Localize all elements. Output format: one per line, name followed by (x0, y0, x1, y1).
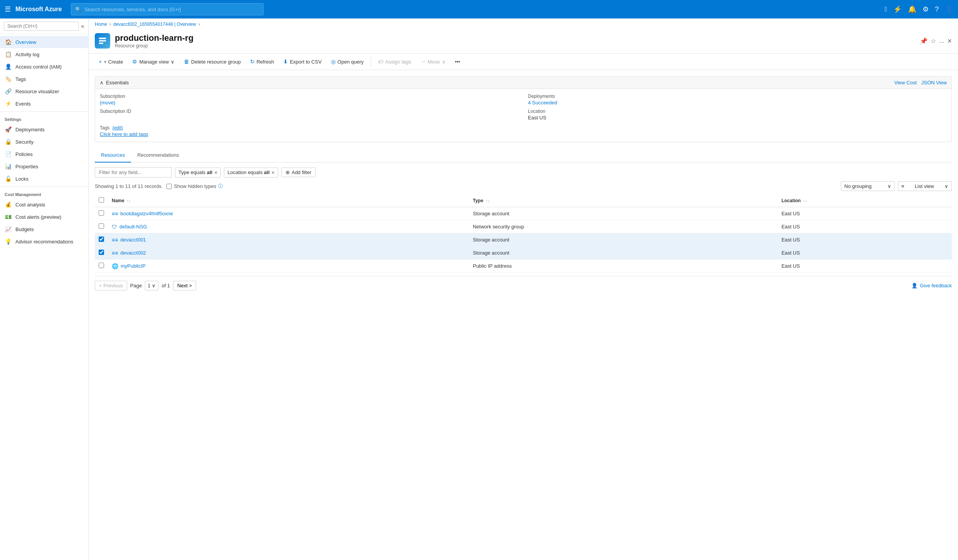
give-feedback[interactable]: 👤 Give feedback (911, 283, 952, 288)
sidebar-item-properties[interactable]: 📊 Properties (0, 160, 88, 173)
sidebar-item-cost-analysis[interactable]: 💰 Cost analysis (0, 198, 88, 211)
view-select[interactable]: ≡ List view ∨ (898, 181, 952, 191)
deployments-row: Deployments 4 Succeeded (528, 94, 947, 106)
sidebar-item-policies[interactable]: 📄 Policies (0, 148, 88, 160)
row-0-location: East US (778, 207, 952, 220)
delete-button[interactable]: 🗑 Delete resource group (180, 57, 245, 67)
favorite-button[interactable]: ☆ (931, 37, 936, 45)
subscription-move-link[interactable]: (move) (100, 100, 115, 106)
add-filter-icon: ⊕ (286, 169, 290, 175)
location-col-header[interactable]: Location ↑↓ (778, 194, 952, 207)
policies-icon: 📄 (5, 151, 12, 157)
resource-devacct002-link[interactable]: ≡≡ devacct002 (112, 250, 465, 256)
close-button[interactable]: × (947, 37, 952, 45)
sidebar-item-locks[interactable]: 🔓 Locks (0, 173, 88, 185)
refresh-button[interactable]: ↻ Refresh (246, 57, 278, 67)
tab-recommendations[interactable]: Recommendations (131, 148, 185, 163)
breadcrumb-home[interactable]: Home (95, 22, 107, 27)
row-3-checkbox[interactable] (99, 250, 104, 255)
sidebar-item-events[interactable]: ⚡ Events (0, 97, 88, 110)
locks-icon: 🔓 (5, 176, 12, 182)
row-4-checkbox[interactable] (99, 263, 104, 268)
sidebar-item-budgets[interactable]: 📈 Budgets (0, 223, 88, 235)
next-page-button[interactable]: Next > (173, 281, 196, 290)
resource-mypublicip-link[interactable]: 🌐 myPublicIP (112, 263, 465, 269)
search-input[interactable] (84, 7, 259, 12)
feedback-icon: 👤 (911, 283, 918, 288)
sidebar-item-activity-log[interactable]: 📋 Activity log (0, 48, 88, 60)
resource-group-icon (95, 33, 110, 49)
tab-resources[interactable]: Resources (95, 148, 131, 163)
json-view-link[interactable]: JSON View (921, 80, 947, 86)
sidebar-item-advisor[interactable]: 💡 Advisor recommendations (0, 235, 88, 248)
resource-bootdiag-link[interactable]: ≡≡ bootdiagstzv4fmlf5oxne (112, 211, 465, 217)
settings-icon[interactable]: ⚙ (923, 5, 929, 13)
sidebar-item-iam[interactable]: 👤 Access control (IAM) (0, 60, 88, 73)
sidebar-item-deployments[interactable]: 🚀 Deployments (0, 123, 88, 136)
move-button[interactable]: → Move ∨ (417, 57, 450, 67)
show-hidden-checkbox[interactable] (166, 184, 172, 189)
more-options-button[interactable]: ... (939, 37, 944, 44)
grouping-chevron: ∨ (887, 183, 891, 189)
essentials-tags: Tags (edit) Click here to add tags (95, 125, 951, 142)
row-2-location: East US (778, 233, 952, 246)
open-query-button[interactable]: ◎ Open query (327, 57, 368, 67)
select-all-checkbox[interactable] (99, 197, 104, 203)
create-button[interactable]: + + Create (95, 57, 127, 67)
public-ip-icon-4: 🌐 (112, 263, 118, 269)
location-filter-remove[interactable]: × (272, 169, 275, 176)
breadcrumb-account[interactable]: devacct002_1659554017448 | Overview (113, 22, 196, 27)
cloud-shell-icon[interactable]:  (884, 5, 887, 13)
table-controls: Showing 1 to 11 of 11 records. Show hidd… (95, 181, 952, 191)
sidebar-item-overview[interactable]: 🏠 Overview (0, 36, 88, 48)
search-bar[interactable]: 🔍 (71, 3, 264, 15)
add-filter-button[interactable]: ⊕ Add filter (281, 168, 316, 177)
essentials-collapse-icon[interactable]: ∧ (100, 80, 104, 86)
help-icon[interactable]: ? (935, 5, 939, 13)
notification-icon[interactable]: 🔔 (908, 5, 916, 13)
row-0-checkbox[interactable] (99, 210, 104, 216)
show-hidden-label[interactable]: Show hidden types ⓘ (166, 183, 223, 189)
page-num: 1 (148, 283, 150, 288)
name-col-header[interactable]: Name ↑↓ (108, 194, 469, 207)
more-toolbar-button[interactable]: ••• (451, 57, 464, 67)
pin-button[interactable]: 📌 (920, 37, 928, 45)
table-row: ≡≡ devacct002 Storage account East US (95, 246, 952, 260)
row-1-type: Network security group (469, 220, 778, 233)
resource-nsg-link[interactable]: 🛡 default-NSG (112, 224, 465, 230)
page-label: Page (130, 283, 142, 288)
export-csv-button[interactable]: ⬇ Export to CSV (279, 57, 325, 67)
row-2-checkbox[interactable] (99, 236, 104, 242)
sidebar-search-input[interactable] (4, 22, 79, 31)
tags-edit-link[interactable]: (edit) (113, 125, 123, 131)
sidebar-item-security[interactable]: 🔒 Security (0, 136, 88, 148)
page-number-select[interactable]: 1 ∨ (145, 281, 158, 290)
deployments-link[interactable]: 4 Succeeded (528, 100, 557, 106)
portal-icon[interactable]: ⚡ (893, 5, 902, 13)
settings-section-label: Settings (0, 113, 88, 123)
add-tags-link[interactable]: Click here to add tags (100, 131, 148, 137)
sidebar-item-tags[interactable]: 🏷️ Tags (0, 73, 88, 85)
type-col-header[interactable]: Type ↑↓ (469, 194, 778, 207)
assign-tags-button[interactable]: 🏷 Assign tags (374, 57, 415, 67)
grouping-select[interactable]: No grouping ∨ (841, 181, 895, 191)
page-type: Resource group (115, 43, 915, 49)
resource-devacct001-link[interactable]: ≡≡ devacct001 (112, 237, 465, 243)
sidebar-item-resource-visualizer[interactable]: 🔗 Resource visualizer (0, 85, 88, 97)
type-filter-remove[interactable]: × (214, 169, 217, 176)
manage-view-chevron: ∨ (171, 59, 175, 65)
sidebar-collapse-btn[interactable]: « (81, 23, 84, 30)
row-1-checkbox[interactable] (99, 223, 104, 229)
view-cost-link[interactable]: View Cost (894, 80, 916, 86)
location-sort-icon: ↑↓ (803, 199, 807, 203)
storage-account-icon-0: ≡≡ (112, 211, 118, 217)
prev-page-button[interactable]: < Previous (95, 281, 127, 290)
sidebar-item-cost-alerts[interactable]: 💵 Cost alerts (preview) (0, 211, 88, 223)
hamburger-menu[interactable]: ☰ (5, 5, 11, 13)
user-icon[interactable]: 👤 (945, 5, 953, 13)
move-icon: → (420, 59, 426, 65)
type-filter-chip: Type equals all × (175, 168, 221, 178)
export-icon: ⬇ (283, 59, 288, 65)
filter-input[interactable] (95, 167, 172, 178)
manage-view-button[interactable]: ⚙ Manage view ∨ (128, 57, 178, 67)
